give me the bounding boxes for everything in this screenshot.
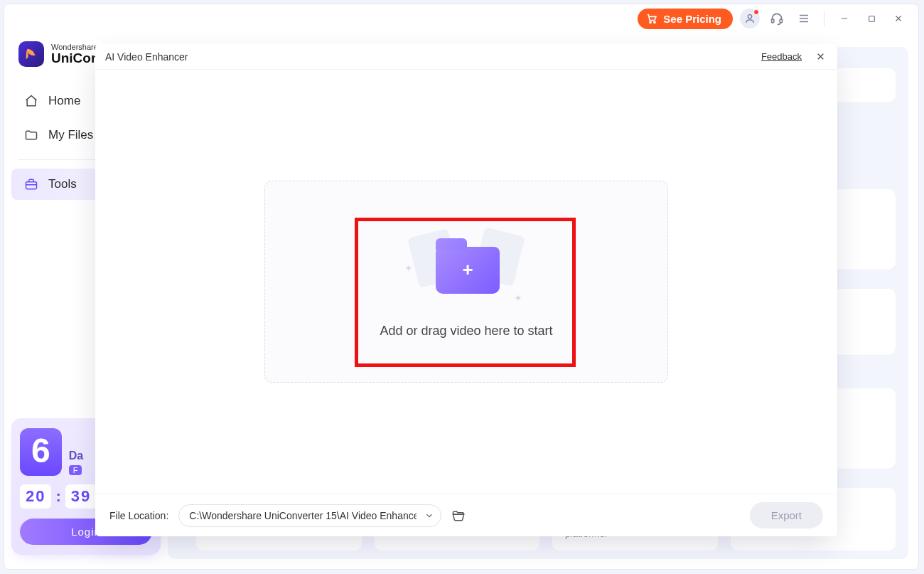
export-button[interactable]: Export (750, 502, 823, 528)
folder-open-icon (451, 509, 466, 523)
sidebar-item-label: Tools (48, 177, 77, 191)
dropzone-illustration: + ✦ ✦ (406, 225, 527, 304)
svg-point-2 (748, 15, 751, 18)
modal-footer: File Location: Export (95, 494, 837, 536)
home-icon (24, 94, 38, 108)
maximize-button[interactable] (861, 9, 881, 28)
hamburger-menu-button[interactable] (794, 9, 814, 28)
promo-days-unit: Da (69, 450, 83, 462)
modal-close-button[interactable] (813, 50, 827, 64)
open-folder-button[interactable] (451, 509, 466, 523)
notification-dot-icon (753, 9, 759, 15)
cart-icon (646, 13, 657, 24)
minimize-button[interactable] (834, 9, 854, 28)
file-location-label: File Location: (109, 510, 168, 521)
support-button[interactable] (767, 9, 787, 28)
chevron-down-icon (424, 509, 434, 523)
close-window-button[interactable] (888, 9, 908, 28)
promo-f-badge: F (69, 465, 82, 475)
modal-header: AI Video Enhancer Feedback (95, 44, 837, 70)
titlebar: See Pricing (4, 4, 918, 33)
promo-timer-hours: 20 (20, 484, 51, 509)
feedback-link[interactable]: Feedback (761, 51, 802, 62)
file-location-input[interactable] (178, 504, 441, 527)
folder-icon (24, 128, 38, 142)
promo-days-box: 6 (20, 428, 62, 476)
promo-days-number: 6 (31, 431, 50, 470)
maximize-icon (867, 14, 876, 23)
app-window: See Pricing (4, 4, 919, 570)
close-icon (893, 14, 903, 23)
logo-mark-icon (18, 41, 44, 67)
ai-video-enhancer-modal: AI Video Enhancer Feedback + ✦ ✦ Add or … (95, 44, 837, 536)
sidebar-item-label: My Files (48, 128, 93, 142)
modal-title: AI Video Enhancer (105, 51, 188, 63)
see-pricing-label: See Pricing (663, 13, 721, 25)
sparkle-icon: ✦ (514, 292, 522, 304)
promo-timer-colon: : (55, 487, 60, 506)
svg-rect-5 (869, 16, 874, 21)
titlebar-divider (824, 11, 824, 26)
add-folder-icon: + (436, 247, 500, 294)
svg-rect-6 (26, 182, 37, 189)
menu-icon (797, 12, 810, 25)
see-pricing-button[interactable]: See Pricing (638, 9, 733, 29)
headset-icon (770, 11, 784, 26)
sidebar-item-label: Home (48, 94, 80, 108)
sparkle-icon: ✦ (404, 262, 413, 274)
close-icon (815, 51, 826, 62)
promo-timer-minutes: 39 (65, 484, 97, 509)
minimize-icon (839, 14, 849, 23)
file-location-combo[interactable] (178, 504, 441, 527)
svg-point-1 (654, 21, 655, 23)
modal-body: + ✦ ✦ Add or drag video here to start (95, 70, 837, 494)
svg-point-0 (650, 21, 651, 23)
svg-rect-3 (772, 19, 774, 23)
account-button[interactable] (740, 9, 760, 28)
dropzone-text: Add or drag video here to start (380, 324, 552, 339)
user-icon (744, 13, 756, 24)
video-dropzone[interactable]: + ✦ ✦ Add or drag video here to start (264, 181, 668, 383)
toolbox-icon (24, 177, 38, 191)
svg-rect-4 (780, 19, 782, 23)
